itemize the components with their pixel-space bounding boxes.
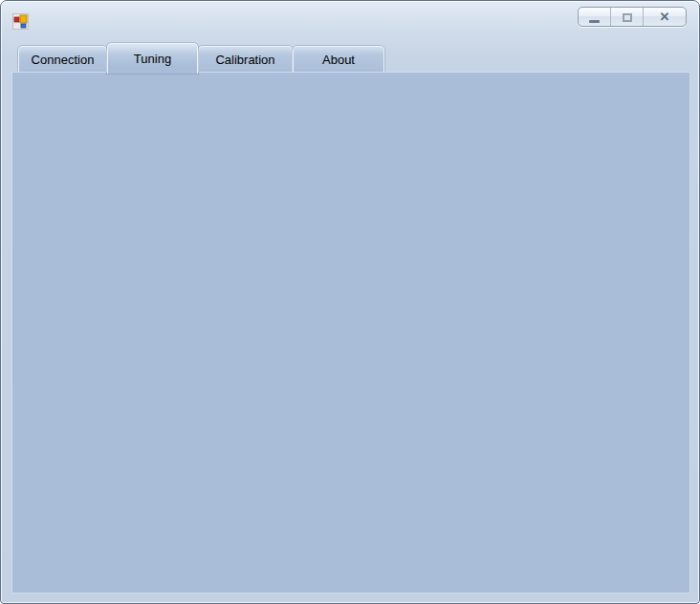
minimize-icon [589, 20, 600, 23]
tab-calibration[interactable]: Calibration [198, 46, 293, 73]
maximize-button[interactable] [611, 8, 644, 26]
app-window: ✕ Connection Tuning Calibration About El… [0, 0, 700, 604]
close-icon: ✕ [660, 11, 670, 23]
tab-calibration-label: Calibration [215, 53, 274, 67]
title-bar[interactable]: ✕ [1, 1, 699, 37]
tab-connection[interactable]: Connection [18, 46, 107, 73]
close-button[interactable]: ✕ [644, 8, 686, 26]
tab-tuning[interactable]: Tuning [107, 43, 198, 74]
maximize-icon [623, 13, 632, 22]
tab-about-label: About [322, 53, 355, 67]
app-icon [12, 13, 29, 30]
tab-about[interactable]: About [293, 46, 384, 73]
minimize-button[interactable] [579, 8, 611, 26]
tab-connection-label: Connection [32, 53, 95, 67]
tuning-tab-page [11, 72, 690, 593]
caption-button-group: ✕ [578, 7, 687, 27]
tab-tuning-label: Tuning [134, 52, 171, 66]
